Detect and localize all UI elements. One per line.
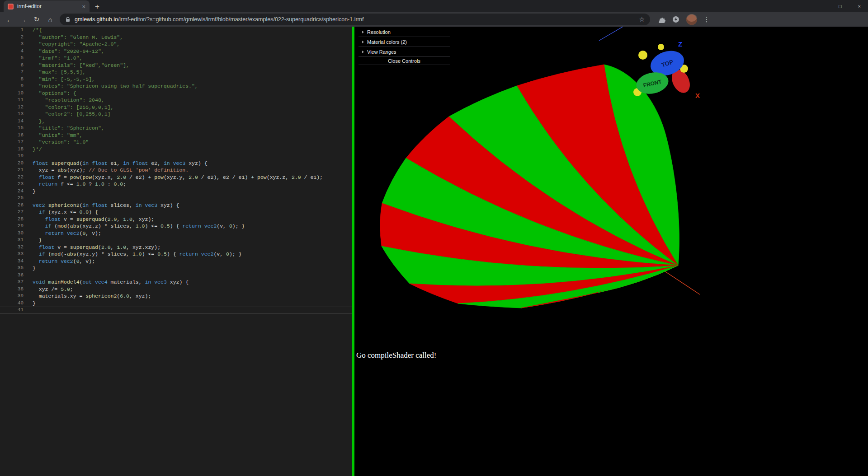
- line-number: 19: [0, 153, 24, 160]
- line-number: 3: [0, 41, 24, 48]
- line-number: 12: [0, 104, 24, 111]
- code-line[interactable]: 15 "title": "Sphericon",: [0, 125, 352, 132]
- code-line[interactable]: 12 "color1": [255,0,0,1],: [0, 104, 352, 111]
- extension-icon[interactable]: [670, 14, 682, 25]
- window-minimize-button[interactable]: —: [817, 4, 822, 9]
- code-line[interactable]: 20float superquad(in float e1, in float …: [0, 160, 352, 167]
- code-line[interactable]: 16 "units": "mm",: [0, 132, 352, 139]
- code-text: float v = superquad(2.0, 1.0, xyz);: [33, 216, 154, 223]
- code-line[interactable]: 23 return f <= 1.0 ? 1.0 : 0.0;: [0, 181, 352, 188]
- new-tab-button[interactable]: +: [95, 3, 99, 10]
- folder-label: View Ranges: [367, 49, 396, 55]
- code-line[interactable]: 19: [0, 153, 352, 160]
- gui-folder-material-colors-2-[interactable]: Material colors (2): [359, 37, 450, 47]
- code-line[interactable]: 35}: [0, 265, 352, 272]
- line-number: 8: [0, 76, 24, 83]
- code-line[interactable]: 38 xyz /= 5.0;: [0, 286, 352, 293]
- code-line[interactable]: 18}*/: [0, 146, 352, 153]
- gizmo-corner-sphere[interactable]: [638, 51, 647, 60]
- code-line[interactable]: 5 "irmf": "1.0",: [0, 55, 352, 62]
- line-number: 28: [0, 216, 24, 223]
- code-text: "author": "Glenn M. Lewis",: [33, 34, 123, 41]
- code-line[interactable]: 3 "copyright": "Apache-2.0",: [0, 41, 352, 48]
- reload-button[interactable]: ↻: [31, 14, 42, 25]
- code-text: "title": "Sphericon",: [33, 125, 104, 132]
- code-text: }: [33, 300, 36, 307]
- code-text: if (mod(-abs(xyz.y) * slices, 1.0) <= 0.…: [33, 251, 242, 258]
- folder-arrow-icon: [362, 51, 364, 53]
- code-line[interactable]: 33 if (mod(-abs(xyz.y) * slices, 1.0) <=…: [0, 251, 352, 258]
- code-line[interactable]: 4 "date": "2020-04-12",: [0, 48, 352, 55]
- code-line[interactable]: 37void mainModel4(out vec4 materials, in…: [0, 279, 352, 286]
- code-line[interactable]: 11 "resolution": 2048,: [0, 97, 352, 104]
- code-line[interactable]: 34 return vec2(0, v);: [0, 258, 352, 265]
- code-text: return f <= 1.0 ? 1.0 : 0.0;: [33, 181, 126, 188]
- window-close-button[interactable]: ×: [858, 4, 861, 9]
- code-line[interactable]: 41: [0, 307, 352, 314]
- line-number: 36: [0, 272, 24, 279]
- code-line[interactable]: 30 return vec2(0, v);: [0, 230, 352, 237]
- code-line[interactable]: 17 "version": "1.0": [0, 139, 352, 146]
- code-line[interactable]: 26vec2 sphericon2(in float slices, in ve…: [0, 202, 352, 209]
- code-line[interactable]: 36: [0, 272, 352, 279]
- home-button[interactable]: ⌂: [44, 14, 56, 25]
- browser-menu-button[interactable]: ⋮: [701, 14, 712, 25]
- control-panel: ResolutionMaterial colors (2)View Ranges…: [359, 27, 450, 65]
- code-line[interactable]: 10 "options": {: [0, 90, 352, 97]
- code-line[interactable]: 7 "max": [5,5,5],: [0, 69, 352, 76]
- code-line[interactable]: 22 float f = pow(pow(xyz.x, 2.0 / e2) + …: [0, 174, 352, 181]
- code-text: "version": "1.0": [33, 139, 89, 146]
- code-line[interactable]: 32 float v = superquad(2.0, 1.0, xyz.xzy…: [0, 244, 352, 251]
- line-number: 10: [0, 90, 24, 97]
- gui-folder-resolution[interactable]: Resolution: [359, 27, 450, 37]
- code-line[interactable]: 6 "materials": ["Red","Green"],: [0, 62, 352, 69]
- line-number: 40: [0, 300, 24, 307]
- code-line[interactable]: 9 "notes": "Sphericon using two half sup…: [0, 83, 352, 90]
- orientation-gizmo[interactable]: TOP FRONT Z X: [630, 36, 707, 108]
- code-text: "copyright": "Apache-2.0",: [33, 41, 120, 48]
- bookmark-star-icon[interactable]: ☆: [639, 16, 645, 23]
- code-line[interactable]: 14 },: [0, 118, 352, 125]
- back-button[interactable]: ←: [4, 14, 15, 25]
- gizmo-corner-sphere[interactable]: [658, 44, 664, 50]
- code-line[interactable]: 24}: [0, 188, 352, 195]
- line-number: 6: [0, 62, 24, 69]
- render-viewport[interactable]: TOP FRONT Z X ResolutionMaterial colors …: [354, 27, 868, 476]
- code-line[interactable]: 40}: [0, 300, 352, 307]
- code-line[interactable]: 21 xyz = abs(xyz); // Due to GLSL 'pow' …: [0, 167, 352, 174]
- code-line[interactable]: 8 "min": [-5,-5,-5],: [0, 76, 352, 83]
- browser-tab[interactable]: irmf-editor ×: [4, 0, 90, 12]
- code-line[interactable]: 2 "author": "Glenn M. Lewis",: [0, 34, 352, 41]
- code-line[interactable]: 29 if (mod(abs(xyz.z) * slices, 1.0) <= …: [0, 223, 352, 230]
- window-controls: — □ ×: [817, 0, 861, 12]
- folder-arrow-icon: [362, 41, 364, 43]
- code-text: "resolution": 2048,: [33, 97, 104, 104]
- code-line[interactable]: 1/*{: [0, 27, 352, 34]
- line-number: 35: [0, 265, 24, 272]
- gui-folder-view-ranges[interactable]: View Ranges: [359, 47, 450, 57]
- url-path: /irmf-editor/?s=github.com/gmlewis/irmf/…: [118, 16, 364, 23]
- line-number: 26: [0, 202, 24, 209]
- tab-close-icon[interactable]: ×: [82, 4, 85, 9]
- code-line[interactable]: 25: [0, 195, 352, 202]
- extension-icon[interactable]: [656, 14, 668, 25]
- code-line[interactable]: 13 "color2": [0,255,0,1]: [0, 111, 352, 118]
- code-text: "color2": [0,255,0,1]: [33, 111, 111, 118]
- window-maximize-button[interactable]: □: [839, 4, 842, 9]
- page-content: 1/*{2 "author": "Glenn M. Lewis",3 "copy…: [0, 27, 868, 476]
- line-number: 1: [0, 27, 24, 34]
- forward-button[interactable]: →: [17, 14, 29, 25]
- code-line[interactable]: 28 float v = superquad(2.0, 1.0, xyz);: [0, 216, 352, 223]
- url-text: gmlewis.github.io/irmf-editor/?s=github.…: [75, 16, 364, 23]
- address-bar[interactable]: gmlewis.github.io/irmf-editor/?s=github.…: [60, 14, 650, 25]
- code-line[interactable]: 31 }: [0, 237, 352, 244]
- code-text: }: [33, 265, 36, 272]
- code-line[interactable]: 39 materials.xy = sphericon2(6.0, xyz);: [0, 293, 352, 300]
- line-number: 32: [0, 244, 24, 251]
- code-editor[interactable]: 1/*{2 "author": "Glenn M. Lewis",3 "copy…: [0, 27, 352, 476]
- close-controls-button[interactable]: Close Controls: [359, 57, 450, 65]
- code-line[interactable]: 27 if (xyz.x <= 0.0) {: [0, 209, 352, 216]
- z-axis-line: [599, 27, 623, 41]
- code-text: "date": "2020-04-12",: [33, 48, 104, 55]
- profile-avatar[interactable]: [686, 14, 697, 25]
